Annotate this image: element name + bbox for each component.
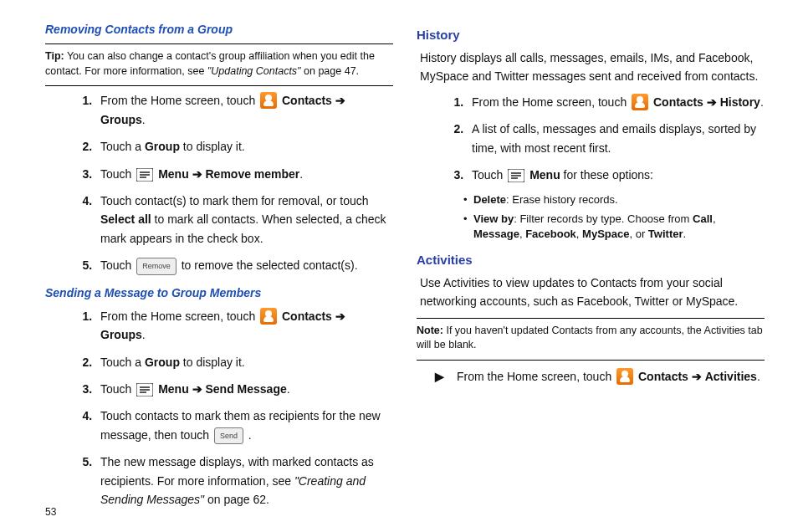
contacts-icon xyxy=(632,94,648,110)
step-text: for these options: xyxy=(564,168,653,182)
arrow-step: ▶ From the Home screen, touch Contacts ➔… xyxy=(435,367,765,386)
arrow-icon: ➔ xyxy=(335,309,345,323)
arrow-icon: ➔ xyxy=(192,167,202,181)
step-text: Touch xyxy=(100,382,135,396)
history-description: History displays all calls, messages, em… xyxy=(420,49,761,86)
step-bold: Activities xyxy=(705,370,757,383)
option-value: Twitter xyxy=(648,228,683,240)
step-bold: Menu xyxy=(158,382,192,396)
activities-description: Use Activities to view updates to Contac… xyxy=(420,274,761,311)
step-text: Touch xyxy=(100,258,135,272)
arrow-icon: ➔ xyxy=(707,95,717,109)
step-bold: Contacts xyxy=(638,370,692,383)
play-arrow-icon: ▶ xyxy=(435,367,444,386)
divider xyxy=(45,43,393,44)
option-value: Message xyxy=(473,228,519,240)
subsection-heading-removing: Removing Contacts from a Group xyxy=(45,20,393,38)
note-block: Note: If you haven't updated Contacts fr… xyxy=(417,324,765,353)
right-column: History History displays all calls, mess… xyxy=(417,20,765,517)
divider xyxy=(417,360,765,361)
note-label: Note: xyxy=(417,325,443,336)
step-5: Touch Remove to remove the selected cont… xyxy=(95,256,393,274)
arrow-icon: ➔ xyxy=(692,370,702,383)
menu-icon xyxy=(136,383,153,396)
option-delete: Delete: Erase history records. xyxy=(463,192,765,207)
step-text: Touch contact(s) to mark them for remova… xyxy=(100,194,369,207)
option-desc: : Filter records by type. Choose from xyxy=(514,212,693,225)
step-1: From the Home screen, touch Contacts ➔ H… xyxy=(467,93,765,111)
option-view-by: View by: Filter records by type. Choose … xyxy=(463,212,765,242)
section-heading-history: History xyxy=(417,25,765,45)
manual-page: Removing Contacts from a Group Tip: You … xyxy=(0,0,798,525)
note-text: If you haven't updated Contacts from any… xyxy=(417,325,763,351)
left-column: Removing Contacts from a Group Tip: You … xyxy=(45,20,393,517)
step-bold: Group xyxy=(145,140,180,153)
step-text: to display it. xyxy=(180,140,245,153)
step-4: Touch contact(s) to mark them for remova… xyxy=(95,192,393,248)
divider xyxy=(417,318,765,319)
menu-icon xyxy=(136,168,153,182)
option-name: View by xyxy=(473,212,514,225)
step-1: From the Home screen, touch Contacts ➔ G… xyxy=(95,91,393,129)
step-bold: Select all xyxy=(100,212,151,226)
step-2: Touch a Group to display it. xyxy=(95,353,393,371)
remove-button-pill: Remove xyxy=(136,258,176,274)
step-text: Touch xyxy=(472,168,506,182)
option-name: Delete xyxy=(473,193,506,206)
option-value: MySpace xyxy=(582,228,629,240)
step-4: Touch contacts to mark them as recipient… xyxy=(95,407,393,444)
menu-icon xyxy=(508,169,524,182)
step-bold: Remove member xyxy=(205,167,299,181)
step-bold: Menu xyxy=(529,168,563,182)
step-1: From the Home screen, touch Contacts ➔ G… xyxy=(95,307,393,345)
step-text: From the Home screen, touch xyxy=(100,94,258,107)
steps-history: From the Home screen, touch Contacts ➔ H… xyxy=(417,93,765,185)
step-2: A list of calls, messages and emails dis… xyxy=(467,120,765,157)
step-bold: Menu xyxy=(158,167,192,181)
tip-text-2: on page 47. xyxy=(301,65,360,77)
step-text: Touch xyxy=(100,167,135,181)
arrow-icon: ➔ xyxy=(192,382,202,396)
step-bold: Contacts xyxy=(282,94,335,107)
step-5: The new message displays, with marked co… xyxy=(95,453,393,509)
contacts-icon xyxy=(260,92,277,109)
step-text: From the Home screen, touch xyxy=(100,309,258,323)
contacts-icon xyxy=(260,308,277,325)
divider xyxy=(45,85,393,86)
arrow-icon: ➔ xyxy=(335,94,345,107)
option-desc: : Erase history records. xyxy=(506,193,618,206)
step-bold: Groups xyxy=(100,113,142,126)
step-bold: Groups xyxy=(100,328,142,341)
step-text: A list of calls, messages and emails dis… xyxy=(472,122,756,154)
section-heading-activities: Activities xyxy=(417,250,765,270)
step-text: to display it. xyxy=(180,356,245,369)
step-bold: History xyxy=(720,95,760,109)
step-3: Touch Menu ➔ Remove member. xyxy=(95,165,393,183)
steps-removing: From the Home screen, touch Contacts ➔ G… xyxy=(45,91,393,274)
step-text: Touch a xyxy=(100,356,145,369)
step-3: Touch Menu for these options: xyxy=(467,166,765,184)
step-text: Touch a xyxy=(100,140,145,153)
page-number: 53 xyxy=(45,504,56,520)
option-value: Facebook xyxy=(525,228,576,240)
subsection-heading-sending: Sending a Message to Group Members xyxy=(45,284,393,302)
tip-block: Tip: You can also change a contact's gro… xyxy=(45,49,393,79)
step-text: From the Home screen, touch xyxy=(457,370,615,383)
step-bold: Send Message xyxy=(205,382,286,396)
tip-label: Tip: xyxy=(45,50,64,62)
step-text: to remove the selected contact(s). xyxy=(182,258,358,272)
step-bold: Contacts xyxy=(653,95,707,109)
step-3: Touch Menu ➔ Send Message. xyxy=(95,380,393,398)
step-bold: Group xyxy=(145,356,180,369)
tip-reference: "Updating Contacts" xyxy=(207,65,301,77)
step-text: From the Home screen, touch xyxy=(472,95,630,109)
option-value: Call xyxy=(693,212,713,225)
step-text: on page 62. xyxy=(204,493,269,506)
send-button-pill: Send xyxy=(214,427,243,444)
step-bold: Contacts xyxy=(282,309,335,323)
contacts-icon xyxy=(616,368,633,385)
steps-sending: From the Home screen, touch Contacts ➔ G… xyxy=(45,307,393,509)
step-2: Touch a Group to display it. xyxy=(95,137,393,156)
history-options: Delete: Erase history records. View by: … xyxy=(417,192,765,242)
